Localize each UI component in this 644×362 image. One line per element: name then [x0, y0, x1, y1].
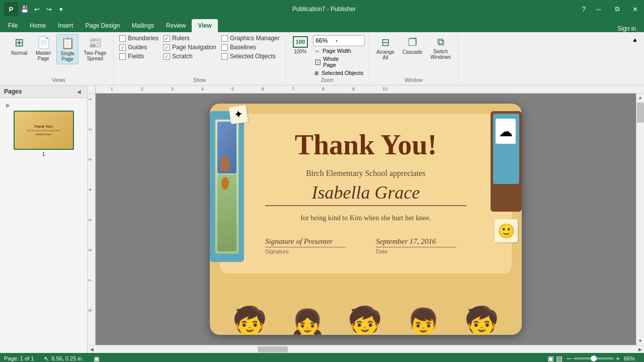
document-page[interactable]: ✦ ☁ 🙂 — [210, 104, 522, 335]
selected-objects-checkbox-box — [221, 53, 228, 60]
canvas-row: 1 2 3 4 5 6 7 8 — [88, 94, 644, 345]
tab-view[interactable]: View — [192, 19, 217, 32]
zoom-slider-track[interactable] — [574, 357, 614, 359]
collapse-ribbon-button[interactable]: ▲ — [630, 34, 640, 45]
checkbox-guides[interactable]: Guides — [118, 43, 160, 51]
ribbon-content: ⊞ Normal 📄 MasterPage 📋 SinglePage 📰 Two… — [0, 32, 644, 85]
selected-objects-zoom-button[interactable]: ⊞ Selected Objects — [313, 69, 365, 76]
whole-page-button[interactable]: ⊡ WholePage — [313, 55, 365, 68]
vertical-ruler: 1 2 3 4 5 6 7 8 — [88, 94, 96, 345]
cursor-position: ↖ 8.56, 0.25 in. — [44, 355, 84, 363]
undo-button[interactable]: ↩ — [31, 4, 42, 15]
sign-in-button[interactable]: Sign in — [611, 25, 642, 32]
arrange-all-button[interactable]: ⊟ ArrangeAll — [373, 34, 397, 62]
tab-mailings[interactable]: Mailings — [126, 19, 160, 32]
ribbon-group-views: ⊞ Normal 📄 MasterPage 📋 SinglePage 📰 Two… — [4, 34, 114, 83]
two-page-spread-button[interactable]: 📰 Two-PageSpread — [80, 34, 109, 63]
guides-checkbox-box — [119, 44, 126, 51]
publisher-logo[interactable]: P — [4, 2, 18, 16]
minimize-button[interactable]: ─ — [590, 2, 608, 16]
save-button[interactable]: 💾 — [19, 4, 30, 15]
page-width-button[interactable]: ↔ Page Width — [313, 47, 365, 54]
tab-home[interactable]: Home — [24, 19, 52, 32]
quick-access-more[interactable]: ▾ — [55, 4, 66, 15]
svg-text:8: 8 — [322, 86, 325, 92]
svg-text:6: 6 — [88, 249, 93, 251]
window-title: Publication7 - Publisher — [70, 6, 578, 13]
checkbox-page-navigation[interactable]: Page Navigation — [162, 43, 218, 51]
scroll-right-button[interactable]: ▶ — [636, 345, 644, 353]
view-normal-icon[interactable]: ▣ — [547, 354, 554, 362]
statusbar: Page: 1 of 1 ↖ 8.56, 0.25 in. ▣ ▣ ▤ ─ + … — [0, 353, 644, 362]
tab-insert[interactable]: Insert — [52, 19, 79, 32]
master-page-icon: 📄 — [37, 36, 50, 49]
guides-label: Guides — [128, 44, 147, 51]
h-scroll-thumb[interactable] — [258, 346, 288, 352]
tab-file[interactable]: File — [2, 19, 24, 32]
zoom-slider-area: ─ + — [567, 354, 620, 362]
window-group-content: ⊟ ArrangeAll ❐ Cascade ⧉ SwitchWindows — [373, 34, 454, 76]
recipient-name: Isabella Grace — [265, 182, 466, 206]
ribbon-tab-bar: File Home Insert Page Design Mailings Re… — [0, 18, 644, 32]
signature-label: Signature — [265, 248, 346, 254]
arrange-all-icon: ⊟ — [381, 36, 390, 48]
scroll-thumb[interactable] — [637, 103, 644, 123]
top-pin: ✦ — [230, 106, 247, 123]
svg-text:7: 7 — [88, 279, 93, 282]
vertical-scrollbar[interactable]: ▲ ▼ — [636, 94, 644, 345]
tab-page-design[interactable]: Page Design — [79, 19, 126, 32]
scroll-down-button[interactable]: ▼ — [636, 337, 645, 345]
help-button[interactable]: ? — [578, 5, 590, 13]
date-value: September 17, 2016 — [376, 237, 456, 247]
checkbox-baselines[interactable]: Baselines — [220, 43, 281, 51]
scroll-up-button[interactable]: ▲ — [636, 94, 645, 102]
document-title: Thank You! — [295, 129, 437, 161]
baselines-label: Baselines — [230, 44, 256, 51]
smiley-note: 🙂 — [495, 219, 518, 242]
checkbox-graphics-manager[interactable]: Graphics Manager — [220, 34, 281, 42]
zoom-100-button[interactable]: 100 100% — [290, 34, 311, 56]
page-thumbnail-1[interactable]: Thank You! Birch Elementary School appre… — [14, 111, 74, 150]
boundaries-label: Boundaries — [128, 35, 158, 42]
page-item-1[interactable]: Thank You! Birch Elementary School appre… — [4, 111, 83, 157]
titlebar: P 💾 ↩ ↪ ▾ Publication7 - Publisher ? ─ ⧉… — [0, 0, 644, 18]
zoom-dropdown-arrow[interactable]: ▾ — [336, 39, 338, 43]
zoom-input[interactable]: 66% ▾ — [313, 35, 365, 46]
graphics-manager-checkbox-box — [221, 35, 228, 42]
cascade-label: Cascade — [403, 49, 422, 55]
pages-list: ▶ Thank You! Birch Elementary School app… — [0, 98, 87, 161]
checkbox-fields[interactable]: Fields — [118, 52, 160, 60]
master-page-label: MasterPage — [36, 50, 51, 61]
horizontal-scrollbar[interactable]: ◀ ▶ — [88, 345, 644, 353]
signature-row: Signature of Presenter Signature Septemb… — [265, 237, 466, 254]
zoom-minus-button[interactable]: ─ — [567, 354, 572, 362]
svg-text:9: 9 — [352, 86, 355, 92]
right-decoration: ☁ — [491, 111, 522, 212]
checkbox-selected-objects[interactable]: Selected Objects — [220, 52, 281, 60]
ribbon: File Home Insert Page Design Mailings Re… — [0, 18, 644, 32]
checkbox-boundaries[interactable]: Boundaries — [118, 34, 160, 42]
cascade-button[interactable]: ❐ Cascade — [399, 34, 425, 57]
restore-button[interactable]: ⧉ — [608, 2, 626, 16]
view-print-icon[interactable]: ▤ — [556, 354, 562, 362]
zoom-percentage[interactable]: 66% — [624, 355, 640, 361]
signature-value: Signature of Presenter — [265, 237, 346, 247]
tab-review[interactable]: Review — [160, 19, 192, 32]
zoom-controls: 66% ▾ ↔ Page Width ⊡ WholePage ⊞ Selecte… — [313, 34, 365, 76]
checkbox-rulers[interactable]: Rulers — [162, 34, 218, 42]
redo-button[interactable]: ↪ — [43, 4, 54, 15]
switch-windows-button[interactable]: ⧉ SwitchWindows — [427, 34, 454, 62]
zoom-plus-button[interactable]: + — [616, 354, 620, 362]
close-button[interactable]: ✕ — [626, 2, 644, 16]
checkbox-scratch[interactable]: Scratch — [162, 52, 218, 60]
normal-view-button[interactable]: ⊞ Normal — [8, 34, 30, 58]
master-page-button[interactable]: 📄 MasterPage — [32, 34, 54, 63]
boundaries-checkbox-box — [119, 35, 126, 42]
single-page-button[interactable]: 📋 SinglePage — [56, 34, 78, 64]
pages-panel-collapse[interactable]: ◀ — [75, 87, 83, 96]
ribbon-group-window: ⊟ ArrangeAll ❐ Cascade ⧉ SwitchWindows W… — [369, 34, 458, 83]
kid-2: 👧 — [292, 310, 323, 335]
svg-text:2: 2 — [88, 128, 93, 131]
scratch-label: Scratch — [172, 53, 193, 60]
zoom-slider-thumb[interactable] — [591, 355, 597, 361]
